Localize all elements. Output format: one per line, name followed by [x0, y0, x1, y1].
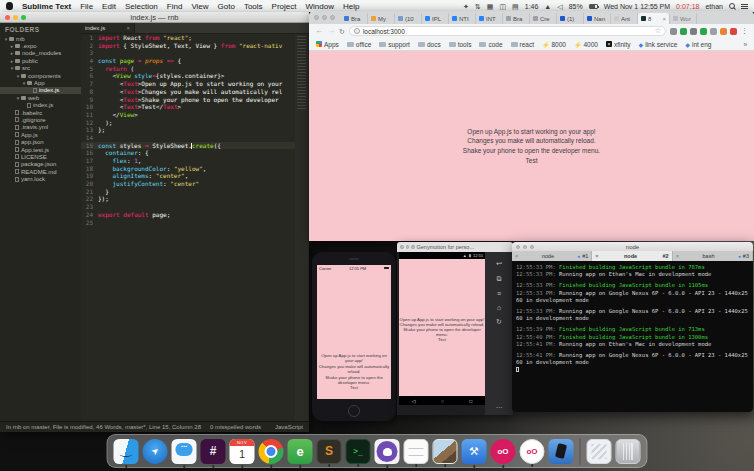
- extension-icon-3[interactable]: [690, 28, 697, 35]
- extension-icon-7[interactable]: [730, 28, 737, 35]
- bookmarks-overflow-icon[interactable]: »: [743, 41, 747, 48]
- tab-close-icon[interactable]: ×: [595, 253, 598, 259]
- messages-dock-icon[interactable]: [172, 439, 197, 464]
- minimap[interactable]: [295, 34, 308, 421]
- screen-timer[interactable]: 0:07:18: [676, 3, 699, 10]
- extension-icon-6[interactable]: [720, 28, 727, 35]
- tree-item-yarn-lock[interactable]: yarn.lock: [0, 175, 81, 182]
- browser-tab-nti[interactable]: NTI: [449, 13, 476, 24]
- sublime-text-dock-icon[interactable]: [317, 439, 342, 464]
- more-icon[interactable]: ⋯: [496, 404, 503, 412]
- genymotion-title-bar[interactable]: Genymotion for perso...: [397, 242, 513, 252]
- updown-icon[interactable]: ⇅: [475, 3, 481, 10]
- tree-item-app-js[interactable]: App.js: [0, 131, 81, 138]
- bookmark-office[interactable]: office: [347, 41, 371, 48]
- browser-tab-int[interactable]: INT: [476, 13, 503, 24]
- terminal-output[interactable]: 12:55:33 PM: Finished building JavaScrip…: [512, 261, 753, 412]
- menu-item-view[interactable]: View: [191, 2, 208, 11]
- address-bar[interactable]: i localhost:3000 ☆: [349, 26, 666, 36]
- tab-index-js[interactable]: index.js ×: [81, 23, 135, 33]
- browser-tab-10[interactable]: (10: [395, 13, 422, 24]
- volume-icon[interactable]: ◁: [557, 3, 562, 10]
- tree-item-components[interactable]: ▾components: [0, 72, 81, 79]
- bookmark-support[interactable]: support: [379, 41, 410, 48]
- close-button[interactable]: [314, 15, 319, 20]
- extension-icon-5[interactable]: [710, 28, 717, 35]
- preview-dock-icon[interactable]: [433, 439, 458, 464]
- tree-item-web[interactable]: ▾web: [0, 94, 81, 101]
- tree-item-app-json[interactable]: app.json: [0, 138, 81, 145]
- terminal-title-bar[interactable]: node: [512, 242, 753, 251]
- bookmark-star-icon[interactable]: ☆: [655, 27, 661, 35]
- browser-tab-ant[interactable]: Ant: [611, 13, 638, 24]
- zoom-button[interactable]: [330, 15, 335, 20]
- bookmark-react[interactable]: react: [511, 41, 534, 48]
- evernote-dock-icon[interactable]: [288, 439, 313, 464]
- recents-icon[interactable]: □: [469, 398, 472, 404]
- minimize-button[interactable]: [523, 245, 527, 249]
- slack-dock-icon[interactable]: [201, 439, 226, 464]
- sublime-title-bar[interactable]: index.js — rnb: [0, 12, 309, 23]
- tree-item-public[interactable]: ▸public: [0, 57, 81, 64]
- extension-icon-1[interactable]: [670, 28, 677, 35]
- tab-close-icon[interactable]: ×: [126, 25, 130, 31]
- calendar-dock-icon[interactable]: 1: [230, 439, 255, 464]
- home-button[interactable]: [348, 405, 360, 417]
- bookmark-link-service[interactable]: ◆link service: [639, 41, 678, 48]
- browser-tab-my[interactable]: My: [368, 13, 395, 24]
- bookmark-int-eng[interactable]: ◆int eng: [685, 41, 711, 48]
- terminal-tab-2[interactable]: ×node#2: [592, 251, 672, 261]
- grid-icon[interactable]: ▦: [487, 3, 494, 10]
- tree-item-src[interactable]: ▾src: [0, 65, 81, 72]
- menu-item-window[interactable]: Window: [306, 2, 334, 11]
- tree-item-node-modules[interactable]: ▸node_modules: [0, 50, 81, 57]
- tab-close-icon[interactable]: ×: [515, 253, 518, 259]
- battery-percent[interactable]: 85%: [569, 3, 583, 10]
- tree-item-app[interactable]: ▾App: [0, 79, 81, 86]
- browser-tab-bra[interactable]: Bra: [503, 13, 530, 24]
- spotlight-icon[interactable]: [729, 3, 735, 9]
- rows-icon[interactable]: ▤: [512, 3, 519, 10]
- menu-item-selection[interactable]: Selection: [125, 2, 158, 11]
- tree-item-readme-md[interactable]: README.md: [0, 168, 81, 175]
- window-icon[interactable]: ◫: [499, 3, 506, 10]
- windows-icon[interactable]: ⧉: [497, 275, 502, 283]
- menu-item-help[interactable]: Help: [343, 2, 359, 11]
- extension-icon-2[interactable]: [680, 28, 687, 35]
- apple-icon[interactable]: [6, 2, 13, 10]
- browser-tab-8[interactable]: 8×: [638, 13, 670, 24]
- iphone-screen[interactable]: Carrier 12:55 PM Open up App.js to start…: [317, 265, 391, 399]
- code-editor[interactable]: import React from "react";import { Style…: [98, 34, 295, 226]
- tree-item-index-js[interactable]: index.js: [0, 102, 81, 109]
- menu-icon[interactable]: ≡: [497, 290, 501, 297]
- trash-dock-icon[interactable]: [616, 439, 641, 464]
- chrome-dock-icon[interactable]: [259, 439, 284, 464]
- device-app-dock-icon[interactable]: [549, 439, 574, 464]
- battery-icon[interactable]: [589, 4, 598, 9]
- close-button[interactable]: [400, 245, 404, 249]
- browser-tab-bra[interactable]: Bra: [341, 13, 368, 24]
- menu-item-edit[interactable]: Edit: [102, 2, 116, 11]
- menu-clock[interactable]: Wed Nov 1 12:55 PM: [604, 3, 670, 10]
- user-menu[interactable]: ethan: [705, 3, 723, 10]
- syntax-selector[interactable]: JavaScript: [275, 424, 303, 430]
- genymotion-player-dock-icon[interactable]: [520, 439, 545, 464]
- site-info-icon[interactable]: i: [354, 28, 360, 34]
- bookmark-xfinity[interactable]: ×xfinity: [606, 41, 631, 48]
- terminal-tab-1[interactable]: ×node●#1: [512, 251, 592, 261]
- tab-close-icon[interactable]: ×: [676, 253, 679, 259]
- bookmark-apps[interactable]: Apps: [316, 41, 339, 48]
- finder-dock-icon[interactable]: [114, 439, 139, 464]
- tree-item-index-js[interactable]: index.js: [0, 87, 81, 94]
- terminal-tab-3[interactable]: ×bash●#3: [673, 251, 753, 261]
- menu-item-sublime-text[interactable]: Sublime Text: [22, 2, 71, 11]
- bookmark-4000[interactable]: ⚡4000: [574, 41, 598, 48]
- bookmark-8000[interactable]: ⚡8000: [542, 41, 566, 48]
- menu-item-file[interactable]: File: [80, 2, 93, 11]
- genymotion-dock-icon[interactable]: [491, 439, 516, 464]
- menu-item-project[interactable]: Project: [272, 2, 297, 11]
- zoom-button[interactable]: [411, 245, 415, 249]
- notification-center-icon[interactable]: [741, 4, 748, 5]
- tree-item--babelrc[interactable]: .babelrc: [0, 109, 81, 116]
- android-screen[interactable]: ▲ ▮ 12:55 Open up App.js to start workin…: [399, 252, 485, 405]
